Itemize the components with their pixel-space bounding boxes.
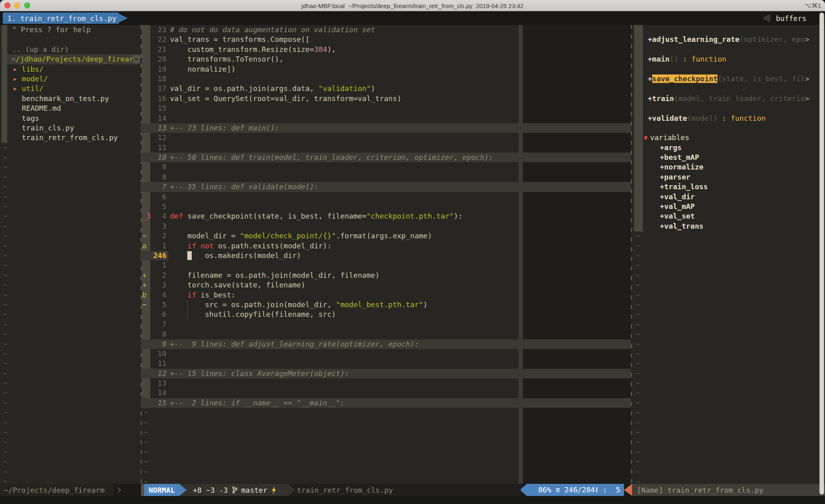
tab-train-retr-from-cls[interactable]: 1. train_retr_from_cls.py bbox=[3, 12, 119, 24]
editor-row[interactable]: 5 bbox=[141, 202, 631, 211]
tag-item[interactable]: +train(model, train_loader, criterio> bbox=[631, 94, 825, 103]
editor-row[interactable]: _34def save_checkpoint(state, is_best, f… bbox=[141, 211, 631, 221]
vim-workspace: " Press ? for help.. (up a dir)</jdhao/P… bbox=[0, 25, 825, 484]
editor-row[interactable]: 22val_trans = transforms.Compose([ bbox=[141, 35, 631, 44]
tag-function: +train(model, train_loader, criterio> bbox=[631, 94, 809, 103]
tilde-marker: ~ bbox=[631, 310, 640, 318]
tag-item[interactable]: +main() : function bbox=[631, 54, 825, 64]
editor-row[interactable]: 15 bbox=[141, 103, 631, 113]
tag-item[interactable]: +train_loss bbox=[631, 182, 825, 192]
window-scrollbar[interactable] bbox=[819, 12, 824, 495]
empty-line-row: ~ bbox=[0, 457, 141, 467]
empty-line-row: ~ bbox=[0, 192, 141, 202]
fold-row[interactable]: 7+-- 35 lines: def validate(model): bbox=[141, 182, 631, 192]
line-number: 18 bbox=[141, 74, 166, 84]
editor-row[interactable]: 3 bbox=[141, 221, 631, 231]
tag-item[interactable]: +val_set bbox=[631, 211, 825, 221]
editor-row[interactable]: 20 transforms.ToTensor(), bbox=[141, 54, 631, 64]
fold-row[interactable]: 13+-- 73 lines: def main(): bbox=[141, 123, 631, 133]
tree-item-dir[interactable]: ▸util/ bbox=[0, 84, 141, 93]
editor-row[interactable]: 12 bbox=[141, 133, 631, 143]
lightning-icon bbox=[271, 486, 277, 494]
line-number: 23 bbox=[141, 25, 166, 35]
editor-row[interactable]: +2 filename = os.path.join(model_dir, fi… bbox=[141, 271, 631, 280]
editor-row[interactable]: 9 bbox=[141, 162, 631, 172]
tilde-marker: ~ bbox=[0, 359, 8, 368]
tree-item-file[interactable]: train_retr_from_cls.py bbox=[0, 133, 141, 143]
tilde-marker: ~ bbox=[0, 242, 8, 250]
tag-item[interactable]: +val_trans bbox=[631, 221, 825, 231]
code-text: if is_best: bbox=[170, 290, 236, 300]
tilde-marker: ~ bbox=[0, 408, 8, 417]
tag-item[interactable]: +val_dir bbox=[631, 192, 825, 202]
editor-row[interactable]: 6 bbox=[141, 192, 631, 202]
code-text: os.makedirs(model_dir) bbox=[170, 251, 301, 261]
tilde-marker: ~ bbox=[0, 379, 8, 387]
editor-row[interactable]: 14 bbox=[141, 114, 631, 123]
editor-row[interactable]: 16val_set = QuerySet(root=val_dir, trans… bbox=[141, 94, 631, 103]
editor-row[interactable]: 6 shutil.copyfile(filename, src) bbox=[141, 310, 631, 319]
empty-line-row: ~ bbox=[0, 320, 141, 329]
line-number: 15 bbox=[141, 398, 166, 408]
editor-row[interactable]: 246 os.makedirs(model_dir) bbox=[141, 251, 631, 260]
tag-item[interactable]: +val_mAP bbox=[631, 202, 825, 211]
editor-row[interactable]: 18 bbox=[141, 74, 631, 84]
code-text: # do not do data augmentation on validat… bbox=[170, 25, 375, 35]
line-number: 10 bbox=[141, 349, 166, 359]
empty-line-row: ~ bbox=[631, 369, 825, 378]
tree-item-file[interactable]: benchmark_on_test.py bbox=[0, 94, 141, 103]
editor-row[interactable]: 10 bbox=[141, 349, 631, 359]
editor-row[interactable]: b4 if is_best: bbox=[141, 290, 631, 300]
fold-row[interactable]: 15+-- 2 lines: if __name__ == "__main__"… bbox=[141, 398, 631, 408]
editor-row[interactable]: 14 bbox=[141, 388, 631, 398]
tree-item-dir[interactable]: ▸libs/ bbox=[0, 64, 141, 74]
editor-row[interactable]: 1 bbox=[141, 260, 631, 270]
editor-row[interactable]: 11 bbox=[141, 143, 631, 153]
tree-item-root[interactable]: </jdhao/Projects/deep_firear> bbox=[0, 54, 141, 64]
tag-item[interactable]: +validate(model) : function bbox=[631, 114, 825, 123]
tag-variable: +normalize bbox=[631, 163, 703, 171]
fold-row[interactable]: 9+-- 9 lines: def adjust_learning_rate(o… bbox=[141, 339, 631, 349]
tree-item-file[interactable]: tags bbox=[0, 114, 141, 123]
empty-line-row: ~ bbox=[0, 290, 141, 300]
empty-line-row: ~ bbox=[0, 369, 141, 378]
tree-item-dir[interactable]: ▸model/ bbox=[0, 74, 141, 84]
line-number: 14 bbox=[141, 114, 166, 123]
tree-item-file[interactable]: train_cls.py bbox=[0, 123, 141, 133]
editor-row[interactable]: 23# do not do data augmentation on valid… bbox=[141, 25, 631, 35]
editor-row[interactable]: a1 if not os.path.exists(model_dir): bbox=[141, 241, 631, 251]
editor-row[interactable]: 8 bbox=[141, 329, 631, 339]
code-text: normalize]) bbox=[170, 64, 236, 74]
tilde-marker: ~ bbox=[631, 379, 640, 387]
empty-line-row: ~ bbox=[0, 329, 141, 339]
editor-row[interactable]: +3 torch.save(state, filename) bbox=[141, 280, 631, 290]
fold-row[interactable]: 10+-- 50 lines: def train(model, train_l… bbox=[141, 153, 631, 162]
tag-item[interactable]: ▼variables bbox=[631, 133, 825, 143]
tree-root-cursorline[interactable]: </jdhao/Projects/deep_firear> bbox=[7, 54, 140, 64]
tree-updir[interactable]: .. (up a dir) bbox=[0, 45, 141, 54]
editor-row[interactable]: 8 bbox=[141, 172, 631, 182]
tag-item[interactable]: +adjust_learning_rate(optimizer, epo> bbox=[631, 35, 825, 44]
tree-item-file[interactable]: README.md bbox=[0, 103, 141, 113]
tag-item[interactable]: +normalize bbox=[631, 162, 825, 172]
editor-row[interactable]: 17val_dir = os.path.join(args.data, "val… bbox=[141, 84, 631, 93]
editor-row[interactable]: 11 bbox=[141, 359, 631, 368]
editor-row[interactable]: 19 normalize]) bbox=[141, 64, 631, 74]
tag-item[interactable]: +save_checkpoint(state, is_best, fil> bbox=[631, 74, 825, 84]
empty-line-row: ~ bbox=[631, 437, 825, 447]
tilde-marker: ~ bbox=[631, 477, 640, 484]
editor-row[interactable]: ~5 src = os.path.join(model_dir, "model_… bbox=[141, 300, 631, 310]
tilde-marker: ~ bbox=[0, 192, 8, 201]
fold-row[interactable]: 12+-- 15 lines: class AverageMeter(objec… bbox=[141, 369, 631, 378]
editor-row[interactable]: 7 bbox=[141, 320, 631, 329]
editor-row[interactable]: ~2 model_dir = "model/check_point/{}".fo… bbox=[141, 231, 631, 241]
tag-item[interactable]: +args bbox=[631, 143, 825, 153]
tag-item[interactable]: +parser bbox=[631, 172, 825, 182]
tilde-marker: ~ bbox=[631, 231, 640, 240]
tag-item[interactable]: +best_mAP bbox=[631, 153, 825, 162]
empty-line-row: ~ bbox=[0, 447, 141, 457]
tree-item-updir[interactable]: .. (up a dir) bbox=[0, 45, 141, 54]
editor-row[interactable]: 21 custom_transform.Resize(size=384), bbox=[141, 45, 631, 54]
editor-row[interactable]: 13 bbox=[141, 378, 631, 388]
code-editor-window[interactable]: 23# do not do data augmentation on valid… bbox=[141, 25, 631, 484]
